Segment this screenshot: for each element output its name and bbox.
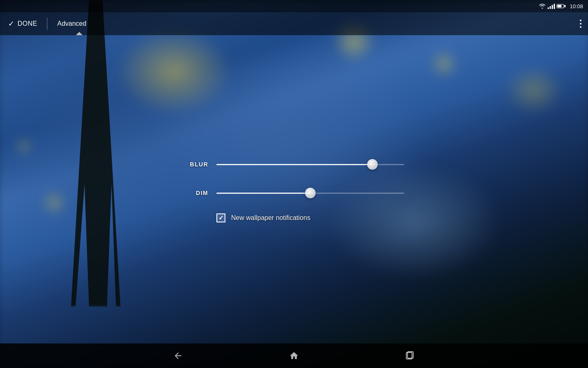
- blur-label: BLUR: [184, 161, 208, 168]
- back-button[interactable]: [169, 347, 187, 365]
- wifi-icon: [539, 3, 546, 9]
- overflow-menu-button[interactable]: [573, 12, 588, 35]
- checkbox-check-icon: ✓: [218, 214, 224, 222]
- dim-slider-row: DIM: [184, 185, 404, 201]
- signal-icon: [548, 3, 555, 9]
- nav-bar: [0, 343, 588, 368]
- status-icons: 10:08: [539, 3, 583, 9]
- done-label: DONE: [18, 20, 37, 27]
- recents-button[interactable]: [401, 347, 419, 365]
- tab-indicator: [76, 32, 82, 35]
- status-time: 10:08: [570, 3, 583, 9]
- notification-checkbox[interactable]: ✓: [216, 213, 225, 222]
- advanced-button[interactable]: Advanced: [49, 12, 94, 35]
- divider: [47, 18, 47, 30]
- blur-slider[interactable]: [216, 156, 404, 173]
- home-button[interactable]: [285, 347, 303, 365]
- back-icon: [173, 351, 183, 361]
- notification-label: New wallpaper notifications: [231, 214, 310, 222]
- advanced-label: Advanced: [57, 20, 86, 27]
- battery-icon: [557, 4, 566, 8]
- recents-icon: [405, 351, 415, 361]
- status-bar: 10:08: [0, 0, 588, 12]
- blur-thumb[interactable]: [367, 159, 378, 170]
- dim-thumb[interactable]: [305, 188, 316, 198]
- more-vertical-icon: [580, 20, 581, 28]
- checkbox-row[interactable]: ✓ New wallpaper notifications: [216, 213, 310, 222]
- action-bar: ✓ DONE Advanced: [0, 12, 588, 35]
- done-button[interactable]: ✓ DONE: [0, 12, 45, 35]
- svg-point-0: [542, 8, 543, 9]
- blur-slider-row: BLUR: [184, 156, 404, 173]
- dim-slider[interactable]: [216, 185, 404, 201]
- controls-container: BLUR DIM ✓ New wallpaper notifications: [184, 156, 404, 222]
- check-icon: ✓: [8, 19, 14, 28]
- home-icon: [289, 351, 299, 361]
- dim-label: DIM: [184, 190, 208, 196]
- content-panel: BLUR DIM ✓ New wallpaper notifications: [0, 35, 588, 343]
